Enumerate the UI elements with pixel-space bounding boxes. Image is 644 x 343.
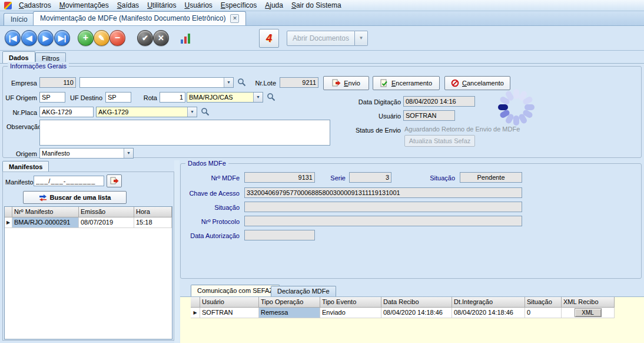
- search-placa-icon[interactable]: [201, 107, 210, 116]
- chevron-down-icon[interactable]: ▼: [187, 107, 197, 117]
- buscar-lista-label: Buscar de uma lista: [50, 194, 111, 201]
- chevron-down-icon[interactable]: ▼: [253, 93, 263, 102]
- menu-item-cadastros[interactable]: Cadastros: [15, 0, 55, 11]
- chevron-down-icon[interactable]: ▼: [224, 78, 233, 87]
- cell-hora[interactable]: 15:18: [134, 217, 172, 228]
- xml-button[interactable]: XML: [575, 308, 602, 317]
- cell-tipo-operacao[interactable]: Remessa: [259, 308, 320, 318]
- menu-item-utilitarios[interactable]: Utilitários: [143, 0, 180, 11]
- report-button[interactable]: 4: [259, 29, 279, 48]
- first-record-button[interactable]: |◀: [5, 30, 21, 46]
- atualiza-status-button[interactable]: Atualiza Status Sefaz: [404, 135, 475, 147]
- uf-origem-label: UF Origem: [4, 93, 37, 103]
- add-record-button[interactable]: +: [78, 30, 94, 46]
- menu-item-movimentacoes[interactable]: Movimentações: [55, 0, 113, 11]
- situacao-input[interactable]: [244, 202, 522, 212]
- encerramento-button[interactable]: Encerramento: [373, 76, 440, 90]
- next-record-button[interactable]: ▶: [38, 30, 54, 46]
- observacao-label: Observação: [6, 122, 39, 131]
- empresa-input[interactable]: [39, 77, 76, 88]
- observacao-textarea[interactable]: [39, 120, 330, 146]
- situacao-label: Situação: [185, 203, 240, 212]
- delete-record-button[interactable]: −: [109, 30, 125, 46]
- menu-item-saidas[interactable]: Saídas: [113, 0, 143, 11]
- tab-declaracao-mdfe[interactable]: Declaração MDFe: [271, 286, 336, 296]
- list-search-icon: [39, 194, 47, 202]
- menu-item-sair[interactable]: Sair do Sistema: [287, 0, 346, 11]
- document-tabstrip: Início Movimentação de MDFe (Manifesto D…: [0, 11, 644, 26]
- header-gutter: [191, 297, 200, 308]
- go-arrow-icon: [110, 177, 119, 185]
- header-nr-manifesto: Nrº Manifesto: [12, 207, 79, 217]
- manifestos-pane: Manifesto Buscar de uma lista Nrº Manife…: [2, 172, 174, 341]
- cell-tipo-evento[interactable]: Enviado: [320, 308, 381, 318]
- manifesto-row[interactable]: ▶ BMA/RJO-0000291 08/07/2019 15:18: [5, 217, 172, 228]
- chart-button[interactable]: [175, 29, 195, 48]
- bar-chart-icon: [181, 34, 190, 44]
- nr-protocolo-input[interactable]: [244, 216, 522, 226]
- uf-destino-input[interactable]: [105, 92, 131, 103]
- status-envio-value: Aguardando Retorno de Envio de MDFe: [404, 126, 520, 133]
- status-envio-label: Status de Envio: [348, 126, 401, 135]
- buscar-lista-button[interactable]: Buscar de uma lista: [23, 191, 127, 204]
- manifesto-go-button[interactable]: [107, 174, 122, 187]
- header-emissao: Emissão: [79, 207, 134, 217]
- menu-item-usuarios[interactable]: Usuários: [180, 0, 216, 11]
- rota-combo[interactable]: BMA/RJO/CAS ▼: [187, 92, 263, 103]
- confirm-button[interactable]: ✔: [137, 30, 153, 46]
- data-autorizacao-input[interactable]: [244, 230, 315, 240]
- usuario-input[interactable]: [403, 110, 455, 121]
- cell-dt-integracao[interactable]: 08/04/2020 14:18:46: [452, 308, 525, 318]
- envio-button[interactable]: Envio: [323, 76, 369, 90]
- cell-data-recibo[interactable]: 08/04/2020 14:18:46: [381, 308, 452, 318]
- prev-record-button[interactable]: ◀: [21, 30, 37, 46]
- manifesto-mask-input[interactable]: [34, 176, 104, 186]
- data-digitacao-input[interactable]: [403, 96, 475, 107]
- panel-splitter[interactable]: [174, 160, 180, 343]
- tab-comunicacao-sefaz[interactable]: Comunicação com SEFAZ: [191, 285, 280, 296]
- menu-item-especificos[interactable]: Específicos: [217, 0, 261, 11]
- check-icon: ✔: [138, 31, 152, 45]
- send-icon: [332, 79, 341, 87]
- dados-mdfe-group: Dados MDFe Nrº MDFe Serie Situação Chave…: [180, 163, 642, 279]
- serie-input[interactable]: [349, 172, 391, 183]
- header-hora: Hora: [134, 207, 172, 217]
- close-tab-icon[interactable]: ✕: [230, 14, 239, 23]
- nr-lote-input[interactable]: [280, 77, 318, 88]
- abrir-documentos-dropdown[interactable]: ▼: [355, 31, 368, 46]
- cell-usuario[interactable]: SOFTRAN: [200, 308, 259, 318]
- search-rota-icon[interactable]: [267, 93, 275, 101]
- nr-placa-input[interactable]: [39, 107, 94, 117]
- cell-emissao[interactable]: 08/07/2019: [79, 217, 134, 228]
- origem-combo[interactable]: Manifesto ▼: [39, 148, 134, 159]
- tab-manifestos[interactable]: Manifestos: [2, 161, 49, 172]
- uf-origem-input[interactable]: [39, 92, 65, 103]
- empresa-combo[interactable]: ▼: [79, 77, 234, 88]
- tab-mdfe[interactable]: Movimentação de MDFe (Manifesto Document…: [33, 11, 246, 25]
- search-empresa-icon[interactable]: [237, 78, 246, 87]
- data-autorizacao-label: Data Autorização: [185, 231, 240, 240]
- cell-nr-manifesto[interactable]: BMA/RJO-0000291: [12, 217, 79, 228]
- minus-icon: −: [110, 31, 125, 45]
- abrir-documentos-button[interactable]: Abrir Documentos: [287, 31, 355, 46]
- sefaz-row[interactable]: ▶ SOFTRAN Remessa Enviado 08/04/2020 14:…: [191, 308, 615, 318]
- last-icon: ▶|: [55, 31, 69, 45]
- last-record-button[interactable]: ▶|: [54, 30, 70, 46]
- cancel-button[interactable]: ✕: [153, 30, 169, 46]
- nr-protocolo-label: Nrº Protocolo: [185, 217, 240, 226]
- nr-mdfe-input[interactable]: [244, 172, 315, 183]
- situacao-topo-input[interactable]: [460, 172, 522, 183]
- chave-acesso-input[interactable]: [244, 187, 522, 198]
- sefaz-grid-header: Usuário Tipo Operação Tipo Evento Data R…: [191, 297, 615, 308]
- rota-input[interactable]: [160, 92, 185, 103]
- header-situacao: Situação: [525, 297, 562, 308]
- edit-record-button[interactable]: ✎: [94, 30, 109, 46]
- x-icon: ✕: [154, 31, 168, 45]
- menu-item-ajuda[interactable]: Ajuda: [261, 0, 287, 11]
- header-usuario: Usuário: [200, 297, 259, 308]
- tab-inicio[interactable]: Início: [4, 13, 35, 25]
- chevron-down-icon[interactable]: ▼: [124, 149, 133, 158]
- sefaz-grid-area: Usuário Tipo Operação Tipo Evento Data R…: [180, 297, 644, 343]
- nr-placa-combo[interactable]: AKG-1729 ▼: [96, 107, 197, 117]
- cell-situacao[interactable]: 0: [525, 308, 562, 318]
